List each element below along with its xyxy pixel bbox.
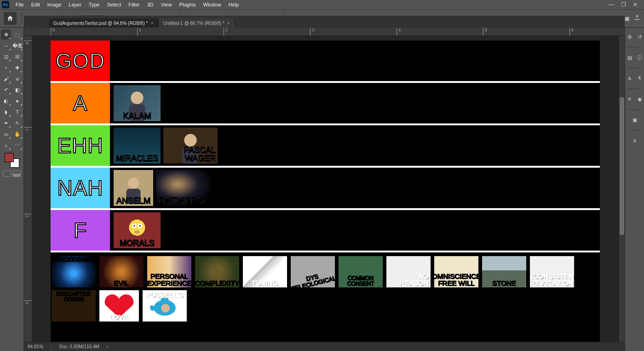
tier-item[interactable]: EVIL bbox=[99, 256, 144, 287]
rectangle-tool[interactable]: ▭ bbox=[1, 129, 11, 139]
tier-item[interactable]: LOVE bbox=[99, 290, 139, 322]
menu-view[interactable]: View bbox=[157, 1, 176, 8]
tier-items-area[interactable]: MIRACLESPASCAL WAGER bbox=[110, 125, 600, 166]
paragraph-icon[interactable]: ¶ bbox=[636, 75, 644, 82]
tier-item[interactable]: COMPLEXITY bbox=[195, 256, 239, 287]
layers-icon[interactable]: ▣ bbox=[631, 116, 638, 123]
zoom-tool[interactable]: ⌕ bbox=[1, 140, 11, 150]
tier-items-area[interactable]: KALAM bbox=[110, 83, 600, 123]
properties-icon[interactable]: ▤ bbox=[626, 54, 633, 61]
canvas[interactable]: GODAKALAMEHHMIRACLESPASCAL WAGERNAHANSEL… bbox=[51, 41, 600, 342]
artboard-tool[interactable]: ⬚ bbox=[12, 29, 23, 40]
gradient-tool[interactable]: ◐ bbox=[1, 96, 11, 106]
tier-item[interactable]: PERSONAL EXPERIENCE bbox=[147, 256, 191, 287]
frame-tool[interactable]: ☒ bbox=[12, 52, 23, 62]
tier-item[interactable]: TUNING bbox=[243, 256, 287, 287]
eraser-tool[interactable]: ◧ bbox=[12, 85, 23, 95]
swatches-panel-icon[interactable]: ✕ bbox=[626, 95, 633, 103]
hand-tool[interactable]: ✋ bbox=[12, 129, 23, 139]
tier-item[interactable]: KALAM bbox=[114, 85, 161, 121]
tier-label[interactable]: A bbox=[51, 83, 110, 123]
menu-edit[interactable]: Edit bbox=[28, 1, 44, 8]
tier-item[interactable]: ANSELM bbox=[114, 170, 153, 206]
character-icon[interactable]: A bbox=[626, 75, 633, 82]
tier-item[interactable]: OMNISCIENCE FREE WILL bbox=[434, 256, 478, 287]
info-icon[interactable]: ⓘ bbox=[636, 54, 644, 61]
tier-item[interactable]: MORALS bbox=[114, 212, 161, 248]
dodge-tool[interactable]: ◗ bbox=[1, 107, 11, 117]
tier-label[interactable]: EHH bbox=[51, 125, 110, 166]
history-icon[interactable]: ↺ bbox=[636, 33, 644, 41]
menu-bar: Ps FileEditImageLayerTypeSelectFilter3DV… bbox=[0, 0, 644, 9]
color-panel-icon[interactable]: ◉ bbox=[636, 95, 644, 103]
tier-item[interactable]: CONTINGENCY bbox=[156, 170, 210, 206]
home-button[interactable] bbox=[4, 12, 17, 25]
document-tab[interactable]: GodArgumentsTierlist.psd @ 84.8% (RGB/8)… bbox=[49, 18, 159, 28]
unranked-pool[interactable]: CONSCIOUSNESSSEVILPERSONAL EXPERIENCECOM… bbox=[51, 252, 600, 322]
workspace-icon[interactable]: ▦ bbox=[625, 16, 629, 22]
foreground-swatch[interactable] bbox=[5, 153, 14, 162]
tier-item-label: STONE bbox=[492, 280, 516, 287]
document-tab[interactable]: Untitled-1 @ 66.7% (RGB/8) *× bbox=[159, 18, 235, 28]
close-window-button[interactable]: ✕ bbox=[632, 1, 638, 8]
tier-items-area[interactable]: ANSELMCONTINGENCY bbox=[110, 168, 600, 208]
menu-plugins[interactable]: Plugins bbox=[175, 1, 199, 8]
healing-tool[interactable]: ✚ bbox=[12, 63, 23, 73]
glyphs-icon[interactable]: A bbox=[631, 137, 638, 144]
vertical-scrollbar[interactable] bbox=[619, 36, 625, 342]
tier-row: FMORALS bbox=[51, 210, 600, 252]
tier-item[interactable]: STONE bbox=[482, 256, 526, 287]
menu-image[interactable]: Image bbox=[44, 1, 65, 8]
menu-select[interactable]: Select bbox=[104, 1, 125, 8]
path-tool[interactable]: ↖ bbox=[12, 118, 23, 128]
blur-tool[interactable]: ● bbox=[12, 96, 23, 106]
tier-item-label: COMMON CONSENT bbox=[339, 275, 383, 287]
zoom-level[interactable]: 84.81% bbox=[28, 344, 43, 349]
tier-item[interactable]: RUSSELL'S bbox=[143, 290, 187, 322]
brush-tool[interactable]: 🖌 bbox=[1, 74, 11, 84]
menu-file[interactable]: File bbox=[12, 1, 28, 8]
menu-type[interactable]: Type bbox=[85, 1, 104, 8]
adjust-icon[interactable]: ⚙ bbox=[626, 33, 633, 41]
tier-label[interactable]: GOD bbox=[51, 41, 110, 81]
stamp-tool[interactable]: ⊎ bbox=[12, 74, 23, 84]
tier-item[interactable]: CONSCIOUSNESSS bbox=[52, 256, 96, 287]
vertical-ruler[interactable]: 0123 bbox=[24, 36, 32, 342]
quickmask-standard-icon[interactable] bbox=[3, 170, 11, 177]
tier-item[interactable]: DESCARTES' ORIGIN bbox=[52, 290, 96, 322]
color-swatches[interactable] bbox=[5, 153, 19, 168]
tier-item[interactable]: INCONSISTENT REVELATION bbox=[530, 256, 574, 287]
scrollbar-thumb[interactable] bbox=[620, 97, 624, 235]
tier-item[interactable]: COMMON CONSENT bbox=[339, 256, 383, 287]
menu-window[interactable]: Window bbox=[200, 1, 225, 8]
history-brush-tool[interactable]: ↶ bbox=[1, 85, 11, 95]
tier-items-area[interactable] bbox=[110, 41, 600, 81]
tier-item-label: KALAM bbox=[123, 112, 151, 121]
tier-item[interactable]: DYS TELEOLOGICAL bbox=[291, 256, 335, 287]
tier-item[interactable]: PASCAL WAGER bbox=[163, 128, 218, 164]
tab-close-icon[interactable]: × bbox=[227, 20, 230, 26]
menu-filter[interactable]: Filter bbox=[125, 1, 143, 8]
edit-toolbar[interactable]: ⋯ bbox=[12, 140, 23, 150]
move-tool[interactable]: ✥ bbox=[1, 29, 11, 40]
menu-layer[interactable]: Layer bbox=[65, 1, 85, 8]
type-tool[interactable]: T bbox=[12, 107, 23, 117]
quick-select-tool[interactable]: �魔 bbox=[12, 41, 23, 51]
share-icon[interactable] bbox=[634, 14, 640, 22]
quickmask-mask-icon[interactable] bbox=[12, 170, 21, 177]
menu-help[interactable]: Help bbox=[225, 1, 243, 8]
horizontal-ruler[interactable]: 0123456 bbox=[32, 28, 625, 36]
tier-label[interactable]: NAH bbox=[51, 168, 110, 208]
tier-items-area[interactable]: MORALS bbox=[110, 210, 600, 251]
pen-tool[interactable]: ✒ bbox=[1, 118, 11, 128]
crop-tool[interactable]: ⊡ bbox=[1, 52, 11, 62]
lasso-tool[interactable]: ⌢ bbox=[1, 41, 11, 51]
tab-close-icon[interactable]: × bbox=[150, 20, 153, 26]
tier-item[interactable]: MIRACLES bbox=[114, 128, 161, 164]
maximize-button[interactable]: ❐ bbox=[620, 1, 627, 8]
menu-3d[interactable]: 3D bbox=[144, 1, 157, 8]
tier-item[interactable]: NO REASON bbox=[386, 256, 431, 287]
minimize-button[interactable]: — bbox=[608, 1, 615, 8]
tier-label[interactable]: F bbox=[51, 210, 110, 251]
eyedropper-tool[interactable]: ⁌ bbox=[1, 63, 11, 73]
